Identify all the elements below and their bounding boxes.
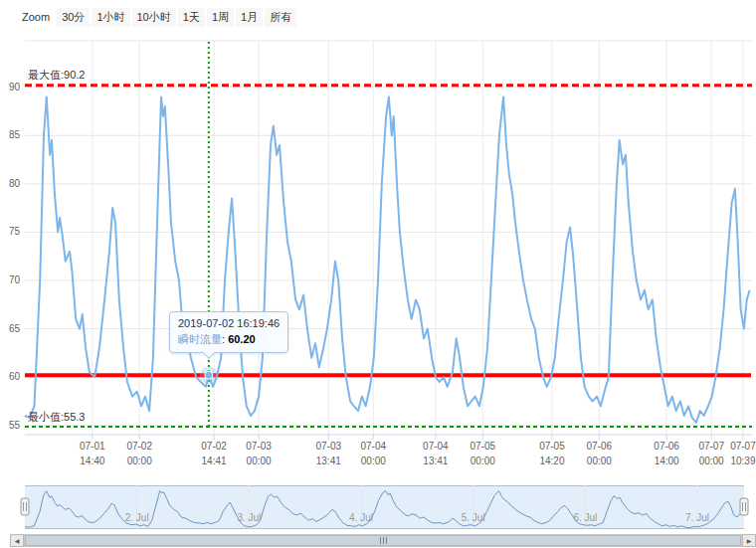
navigator-label: 4. Jul — [336, 512, 386, 523]
y-axis-label: 60 — [0, 371, 20, 382]
x-axis-label: 07-0500:00 — [451, 439, 514, 468]
min-line-label: 最小值:55.3 — [28, 410, 85, 425]
y-axis-label: 75 — [0, 226, 20, 237]
x-axis-label-time: 10:39 — [711, 454, 756, 468]
scrollbar-track[interactable] — [24, 534, 742, 547]
x-axis-label-date: 07-05 — [451, 439, 514, 454]
zoom-label: Zoom — [22, 11, 50, 23]
range-button-3[interactable]: 10小时 — [132, 8, 176, 27]
navigator-label: 6. Jul — [560, 512, 610, 523]
scrollbar-right-button[interactable]: ▶ — [742, 534, 756, 547]
scrollbar-left-button[interactable]: ◀ — [10, 534, 24, 547]
x-axis-label: 07-0300:00 — [227, 439, 290, 468]
x-axis-label-date: 07-04 — [341, 439, 405, 454]
scrollbar-thumb[interactable] — [25, 535, 741, 546]
tooltip-value-row: 瞬时流量: 60.20 — [178, 332, 280, 347]
x-axis-label-date: 07-06 — [567, 439, 631, 454]
x-axis-label: 07-0400:00 — [341, 439, 405, 468]
range-button-1[interactable]: 30分 — [57, 8, 90, 27]
range-buttons: 30分1小时10小时1天1周1月所有 — [57, 7, 298, 27]
y-axis-label: 70 — [0, 274, 20, 285]
x-axis-label-time: 00:00 — [451, 454, 514, 468]
x-axis-label-date: 07-02 — [107, 439, 171, 454]
x-axis-label: 07-0600:00 — [567, 439, 631, 468]
x-axis-label: 07-0200:00 — [107, 439, 171, 468]
navigator-left-handle[interactable] — [21, 498, 29, 515]
x-axis-label-time: 00:00 — [341, 454, 405, 468]
x-axis-label-date: 07-07 — [711, 439, 756, 454]
tooltip-series-label: 瞬时流量 — [178, 333, 222, 345]
scroll-right-icon: ▶ — [747, 537, 752, 544]
x-axis-label-date: 07-03 — [227, 439, 290, 454]
y-axis-label: 55 — [0, 420, 20, 431]
x-axis-label-time: 00:00 — [227, 454, 290, 468]
range-button-4[interactable]: 1天 — [178, 8, 205, 27]
tooltip: 2019-07-02 16:19:46 瞬时流量: 60.20 — [169, 311, 288, 353]
x-axis-label-time: 00:00 — [567, 454, 631, 468]
y-axis-label: 65 — [0, 323, 20, 334]
x-axis-label: 07-0710:39 — [711, 439, 756, 468]
y-axis-label: 80 — [0, 178, 20, 189]
x-axis-label-time: 00:00 — [107, 454, 171, 468]
range-button-5[interactable]: 1周 — [207, 8, 234, 27]
tooltip-value: 60.20 — [228, 333, 256, 345]
range-button-7[interactable]: 所有 — [265, 8, 296, 27]
navigator-label: 3. Jul — [224, 512, 274, 523]
tooltip-datetime: 2019-07-02 16:19:46 — [178, 317, 280, 329]
hover-marker — [205, 371, 213, 379]
y-axis-label: 90 — [0, 82, 20, 92]
range-button-6[interactable]: 1月 — [236, 8, 263, 27]
range-selector: Zoom 30分1小时10小时1天1周1月所有 — [22, 7, 298, 27]
scroll-left-icon: ◀ — [15, 537, 20, 544]
stock-chart: Zoom 30分1小时10小时1天1周1月所有 最大值:90.2 最小值:55.… — [0, 0, 756, 548]
navigator-right-handle[interactable] — [740, 498, 748, 515]
navigator-label: 5. Jul — [449, 512, 498, 523]
max-line-label: 最大值:90.2 — [28, 68, 85, 83]
navigator-label: 7. Jul — [672, 512, 722, 523]
range-button-2[interactable]: 1小时 — [92, 8, 129, 27]
y-axis-label: 85 — [0, 129, 20, 140]
scrollbar-grip-icon — [380, 537, 387, 544]
navigator-label: 2. Jul — [112, 512, 162, 523]
